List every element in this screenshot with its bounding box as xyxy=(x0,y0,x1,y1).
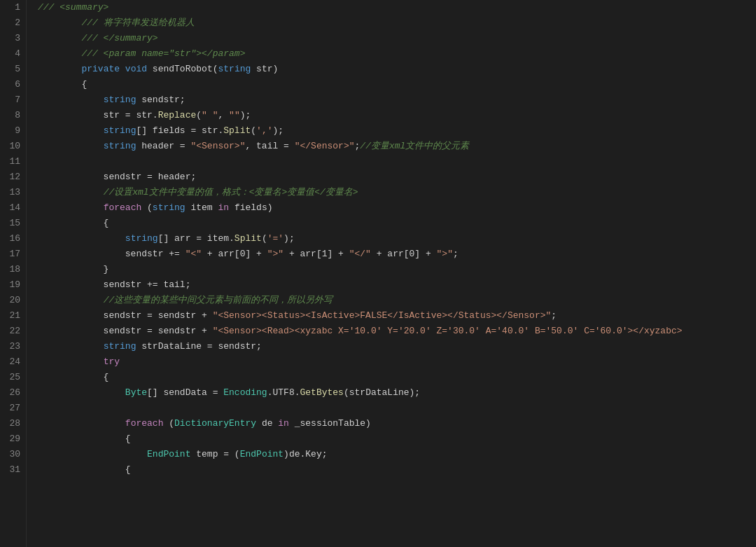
code-line: string[] fields = str.Split(','); xyxy=(38,123,756,139)
code-token: //变量xml文件中的父元素 xyxy=(360,139,469,154)
line-number: 28 xyxy=(0,416,20,431)
code-token: { xyxy=(38,216,108,231)
line-number: 20 xyxy=(0,293,20,308)
code-token: sendstr = sendstr + xyxy=(38,324,213,339)
code-line: foreach (DictionaryEntry de in _sessionT… xyxy=(38,416,756,431)
line-number: 18 xyxy=(0,262,20,277)
code-token: + arr[0] + xyxy=(202,247,267,262)
code-token: ); xyxy=(284,231,295,247)
code-line: sendstr += "<" + arr[0] + ">" + arr[1] +… xyxy=(38,247,756,262)
code-token: in xyxy=(218,200,229,216)
code-token xyxy=(38,354,104,370)
code-token: Split xyxy=(234,231,262,247)
code-token: , xyxy=(218,108,229,123)
code-token: sendstr += xyxy=(38,247,186,262)
code-token: [] sendData = xyxy=(147,385,223,401)
code-token: _sessionTable) xyxy=(289,416,371,431)
code-token: [] arr = item. xyxy=(158,231,234,247)
code-token: sendstr; xyxy=(136,92,185,108)
code-token: { xyxy=(38,77,87,92)
code-token: '=' xyxy=(267,231,284,247)
code-token xyxy=(38,185,104,200)
code-token: )de.Key; xyxy=(284,447,327,462)
code-token: string xyxy=(153,200,186,216)
code-token: //这些变量的某些中间父元素与前面的不同，所以另外写 xyxy=(104,293,333,308)
code-line: sendstr = header; xyxy=(38,169,756,185)
line-number: 31 xyxy=(0,462,20,478)
line-number: 26 xyxy=(0,385,20,401)
code-token: ; xyxy=(551,308,556,324)
code-line: private void sendToRobot(string str) xyxy=(38,62,756,77)
code-line: try xyxy=(38,354,756,370)
line-number: 22 xyxy=(0,324,20,339)
code-token: in xyxy=(278,416,289,431)
code-token: /// <param name="str"></param> xyxy=(38,46,245,62)
line-number: 25 xyxy=(0,370,20,385)
code-line xyxy=(38,154,756,169)
code-token: str = str. xyxy=(38,108,158,123)
code-token: string xyxy=(125,231,158,247)
code-token: ">" xyxy=(267,247,284,262)
line-number: 2 xyxy=(0,15,20,31)
line-number: 15 xyxy=(0,216,20,231)
code-line: sendstr = sendstr + "<Sensor><Status><Is… xyxy=(38,308,756,324)
code-token: /// 将字符串发送给机器人 xyxy=(38,15,195,31)
code-line: /// 将字符串发送给机器人 xyxy=(38,15,756,31)
line-number: 3 xyxy=(0,31,20,46)
code-line: { xyxy=(38,431,756,447)
code-token xyxy=(38,200,104,216)
line-number: 10 xyxy=(0,139,20,154)
code-line: { xyxy=(38,77,756,92)
code-token: ; xyxy=(355,139,360,154)
code-content[interactable]: /// <summary> /// 将字符串发送给机器人 /// </summa… xyxy=(27,0,756,547)
code-token: " " xyxy=(202,108,218,123)
line-number: 11 xyxy=(0,154,20,169)
code-token: "</" xyxy=(349,247,371,262)
code-token: try xyxy=(104,354,120,370)
code-token: ( xyxy=(262,231,267,247)
line-number: 14 xyxy=(0,200,20,216)
line-numbers-gutter: 1234567891011121314151617181920212223242… xyxy=(0,0,27,547)
code-token: string xyxy=(218,62,251,77)
code-token: /// <summary> xyxy=(38,0,108,15)
code-line xyxy=(38,401,756,416)
code-line: string sendstr; xyxy=(38,92,756,108)
code-token: strDataLine = sendstr; xyxy=(136,339,261,354)
code-token: , tail = xyxy=(245,139,294,154)
code-token: ; xyxy=(453,247,458,262)
line-number: 21 xyxy=(0,308,20,324)
code-line: /// <summary> xyxy=(38,0,756,15)
code-token: /// </summary> xyxy=(38,31,158,46)
code-token: ( xyxy=(141,200,153,216)
code-token: + arr[1] + xyxy=(284,247,349,262)
line-number: 12 xyxy=(0,169,20,185)
code-line: Byte[] sendData = Encoding.UTF8.GetBytes… xyxy=(38,385,756,401)
code-token: { xyxy=(38,370,108,385)
line-number: 30 xyxy=(0,447,20,462)
code-token: GetBytes xyxy=(300,385,344,401)
code-token: sendToRobot( xyxy=(147,62,218,77)
code-line: sendstr += tail; xyxy=(38,277,756,293)
line-number: 16 xyxy=(0,231,20,247)
code-token: de xyxy=(256,416,278,431)
code-token xyxy=(38,416,125,431)
code-token: [] fields = str. xyxy=(136,123,223,139)
line-number: 27 xyxy=(0,401,20,416)
code-token: + arr[0] + xyxy=(371,247,437,262)
code-line: sendstr = sendstr + "<Sensor><Read><xyza… xyxy=(38,324,756,339)
code-line: //设置xml文件中变量的值，格式：<变量名>变量值</变量名> xyxy=(38,185,756,200)
code-token: foreach xyxy=(104,200,142,216)
code-line: foreach (string item in fields) xyxy=(38,200,756,216)
code-token: Replace xyxy=(158,108,197,123)
line-number: 6 xyxy=(0,77,20,92)
code-token: foreach xyxy=(125,416,164,431)
line-number: 29 xyxy=(0,431,20,447)
code-token: string xyxy=(104,92,136,108)
code-token: "" xyxy=(229,108,240,123)
code-token xyxy=(38,231,125,247)
code-line: //这些变量的某些中间父元素与前面的不同，所以另外写 xyxy=(38,293,756,308)
code-line: { xyxy=(38,462,756,478)
code-line: string[] arr = item.Split('='); xyxy=(38,231,756,247)
line-number: 1 xyxy=(0,0,20,15)
code-line: string header = "<Sensor>", tail = "</Se… xyxy=(38,139,756,154)
